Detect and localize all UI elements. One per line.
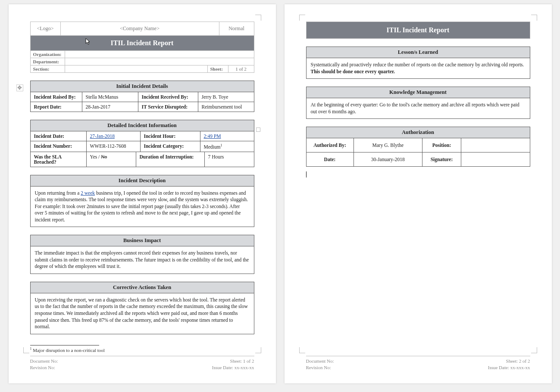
position-label: Position: — [422, 138, 461, 152]
move-handle-icon[interactable]: ✥ — [16, 84, 23, 91]
lessons-body: Systematically and proactively reduce th… — [307, 58, 530, 78]
crop-mark — [255, 347, 261, 353]
incident-number-value: WWER-112-7608 — [87, 141, 140, 152]
page-footer: Document No: Revision No: Sheet: 1 of 2 … — [30, 356, 254, 370]
auth-date-label: Date: — [307, 152, 354, 166]
crop-mark — [23, 347, 29, 353]
crop-mark — [255, 15, 261, 21]
page-content: <Logo> <Company Name> Normal ITIL Incide… — [30, 22, 254, 345]
description-body: Upon returning from a 2 week business tr… — [31, 187, 254, 227]
corrective-body: Upon receiving the report, we ran a diag… — [31, 293, 254, 334]
sla-label: Was the SLA Breached? — [31, 152, 87, 167]
resize-handle-icon[interactable] — [256, 128, 260, 132]
meta-section: Section: Sheet: 1 of 2 — [30, 65, 254, 73]
table-row: Incident Date: 27-Jan-2018 Incident Hour… — [31, 131, 254, 141]
meta-organization: Organization: — [30, 51, 254, 58]
revision-no: Revision No: — [30, 364, 58, 370]
authorization-section: Authorization Authorized By: Mary G. Bly… — [306, 127, 530, 167]
page-1: ✥ <Logo> <Company Name> Normal ITIL Inci… — [9, 4, 276, 383]
auth-date-value: 30-January-2018 — [354, 152, 423, 166]
footer-issue-date: Issue Date: xx-xxx-xx — [212, 364, 254, 370]
incident-category-label: Incident Category: — [140, 141, 200, 152]
header-top-row: <Logo> <Company Name> Normal — [30, 22, 254, 36]
table-row: Date: 30-January-2018 Signature: — [307, 152, 530, 166]
page-content: ITIL Incident Report Lesson/s Learned Sy… — [306, 22, 530, 352]
sla-value: Yes / No — [87, 152, 136, 167]
department-label: Department: — [31, 58, 65, 65]
initial-incident-section: Initial Incident Details Incident Raised… — [30, 81, 254, 112]
text-cursor-icon — [306, 171, 307, 177]
section-heading: Incident Description — [31, 175, 254, 187]
page-footer: Document No: Revision No: Sheet: 2 of 2 … — [306, 356, 530, 370]
authorized-by-label: Authorized By: — [307, 138, 354, 152]
section-heading: Initial Incident Details — [31, 81, 254, 92]
footer-left: Document No: Revision No: — [30, 358, 58, 370]
footnote-rule — [30, 345, 99, 345]
section-value[interactable] — [65, 65, 207, 72]
department-value[interactable] — [65, 58, 254, 65]
table-row: Incident Number: WWER-112-7608 Incident … — [31, 141, 254, 152]
section-label: Section: — [31, 65, 65, 72]
lessons-learned-section: Lesson/s Learned Systematically and proa… — [306, 47, 530, 79]
table-row: Report Date: 28-Jan-2017 IT Service Disr… — [31, 102, 254, 112]
knowledge-management-section: Knowledge Management At the beginning of… — [306, 87, 530, 119]
report-date-value: 28-Jan-2017 — [82, 102, 138, 112]
incident-description-section: Incident Description Upon returning from… — [30, 175, 254, 227]
detailed-incident-section: Detailed Incident Information Incident D… — [30, 120, 254, 167]
position-value[interactable] — [461, 138, 530, 152]
footer-left: Document No: Revision No: — [306, 358, 334, 370]
footer-right: Sheet: 1 of 2 Issue Date: xx-xxx-xx — [212, 358, 254, 370]
revision-no: Revision No: — [306, 364, 334, 370]
logo-placeholder: <Logo> — [31, 22, 61, 35]
section-heading: Corrective Actions Taken — [31, 282, 254, 293]
incident-date-label: Incident Date: — [31, 131, 87, 141]
incident-date-link[interactable]: 27-Jan-2018 — [90, 134, 115, 139]
organization-value[interactable] — [65, 51, 254, 58]
table-row: Was the SLA Breached? Yes / No Duration … — [31, 152, 254, 167]
organization-label: Organization: — [31, 51, 65, 58]
report-date-label: Report Date: — [31, 102, 82, 112]
footnote-area: 1 Major disruption to a non-critical too… — [30, 345, 254, 353]
duration-value: 7 Hours — [205, 152, 254, 167]
signature-value[interactable] — [461, 152, 530, 166]
business-impact-section: Business Impact The immediate impact is … — [30, 235, 254, 274]
page-title: ITIL Incident Report — [30, 36, 254, 51]
knowledge-body: At the beginning of every quarter: Go to… — [307, 98, 530, 118]
document-no: Document No: — [30, 358, 58, 364]
incident-number-label: Incident Number: — [31, 141, 87, 152]
corrective-actions-section: Corrective Actions Taken Upon receiving … — [30, 282, 254, 334]
footer-sheet: Sheet: 1 of 2 — [212, 358, 254, 364]
service-value: Reimbursement tool — [198, 102, 254, 112]
received-by-value: Jerry B. Toye — [198, 92, 254, 102]
sheet-value: 1 of 2 — [228, 65, 254, 72]
sheet-label: Sheet: — [207, 65, 228, 72]
footer-issue-date: Issue Date: xx-xxx-xx — [488, 364, 530, 370]
crop-mark — [299, 15, 305, 21]
section-heading: Lesson/s Learned — [307, 47, 530, 58]
footnote-text: 1 Major disruption to a non-critical too… — [30, 347, 254, 353]
company-placeholder: <Company Name> — [61, 22, 219, 35]
two-week-link[interactable]: 2 week — [81, 190, 95, 196]
table-row: Authorized By: Mary G. Blythe Position: — [307, 138, 530, 152]
crop-mark — [531, 347, 537, 353]
crop-mark — [531, 15, 537, 21]
impact-body: The immediate impact is that the employe… — [31, 246, 254, 274]
incident-hour-link[interactable]: 2:49 PM — [204, 134, 221, 139]
duration-label: Duration of Interruption: — [136, 152, 205, 167]
service-label: IT Service Disrupted: — [138, 102, 198, 112]
meta-department: Department: — [30, 58, 254, 65]
raised-by-value: Stella McManus — [82, 92, 138, 102]
footer-right: Sheet: 2 of 2 Issue Date: xx-xxx-xx — [488, 358, 530, 370]
document-no: Document No: — [306, 358, 334, 364]
section-heading: Authorization — [307, 127, 530, 138]
table-row: Incident Raised By: Stella McManus Incid… — [31, 92, 254, 102]
authorized-by-value: Mary G. Blythe — [354, 138, 423, 152]
normal-label: Normal — [219, 22, 254, 35]
footnote-ref: 1 — [220, 143, 222, 147]
section-heading: Business Impact — [31, 235, 254, 246]
footer-sheet: Sheet: 2 of 2 — [488, 358, 530, 364]
lessons-bold: This should be done once every quarter. — [311, 69, 395, 74]
signature-label: Signature: — [422, 152, 461, 166]
incident-category-value: Medium1 — [200, 141, 254, 152]
page-2: ITIL Incident Report Lesson/s Learned Sy… — [285, 4, 552, 383]
